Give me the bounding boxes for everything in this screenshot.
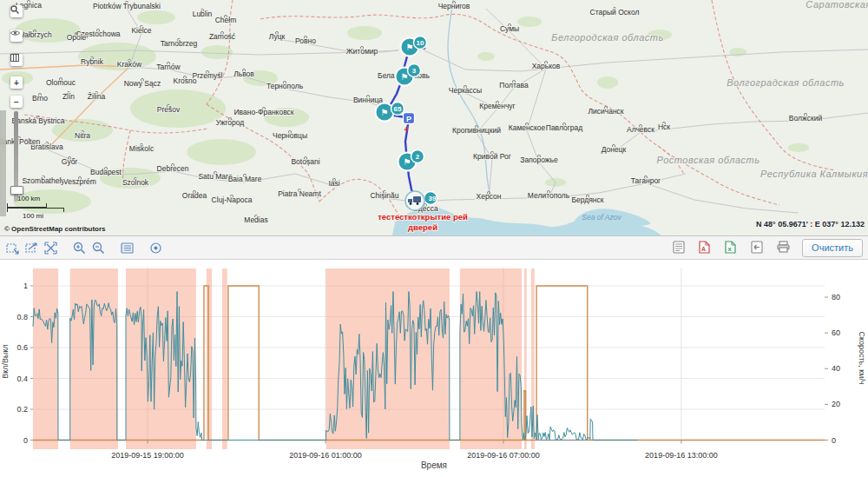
- truck-icon: [413, 196, 421, 202]
- map-city-label: Львов: [233, 70, 254, 78]
- x-tick-label: 2019-09-16 07:00:00: [467, 451, 540, 460]
- map-city-label: Донецк: [602, 145, 627, 154]
- fit-screen-icon[interactable]: [43, 241, 58, 255]
- map-river-dnieper: [448, 0, 491, 198]
- print-icon[interactable]: [777, 241, 791, 255]
- y-left-tick-label: 0.4: [16, 374, 28, 383]
- map-city-label: Бердянск: [571, 195, 603, 204]
- map-city-label: Prešov: [157, 105, 181, 114]
- svg-text:A: A: [701, 246, 706, 252]
- x-tick-label: 2019-09-16 01:00:00: [289, 451, 362, 460]
- chart-y-axis-right-title: Скорость, км/ч: [858, 310, 866, 406]
- map-region-label: Саратовская: [806, 0, 868, 10]
- map-city-label: Zlín: [62, 92, 75, 101]
- map-city-label: Medias: [244, 215, 267, 224]
- map-zoom-slider-handle[interactable]: [10, 186, 23, 195]
- chart-shaded-interval: [126, 268, 196, 449]
- chart-shaded-interval: [33, 268, 58, 449]
- map-city-label: Сумы: [500, 24, 519, 33]
- map-city-label: Кривой Рог: [473, 152, 511, 161]
- map-city-label: Кропивницкий: [452, 126, 501, 135]
- map-left-scrollbar[interactable]: [0, 110, 6, 216]
- route-marker-parking[interactable]: P4: [404, 113, 415, 134]
- map-city-label: Полтава: [499, 81, 529, 89]
- minus-icon: −: [14, 97, 19, 107]
- map-city-label: Wałbrzych: [17, 30, 52, 39]
- route-marker-flag[interactable]: ⚑65: [376, 103, 404, 122]
- y-right-tick-label: 60: [832, 328, 840, 337]
- map-city-label: Veszprém: [63, 177, 96, 186]
- center-icon[interactable]: [148, 241, 163, 255]
- map-city-label: Piotrków Trybunalski: [93, 2, 161, 10]
- map-region-label: Республика Калмыкия: [760, 169, 868, 179]
- report-icon[interactable]: [673, 241, 687, 255]
- clear-button[interactable]: Очистить: [802, 239, 863, 257]
- map-layers-visibility-button[interactable]: [10, 30, 23, 42]
- map-city-label: Győr: [62, 157, 78, 166]
- map-zoom-slider[interactable]: [14, 111, 18, 202]
- map-city-label: Szolnok: [122, 178, 149, 187]
- map-city-label: Нск: [658, 123, 670, 131]
- y-left-tick-label: 1: [23, 282, 28, 290]
- map-city-label: Херсон: [477, 192, 502, 201]
- map-city-label: Nitra: [75, 131, 90, 140]
- map-city-label: Луцк: [269, 32, 286, 41]
- truck-wheel: [417, 202, 419, 205]
- chart-shaded-interval: [326, 268, 450, 449]
- map-city-label: Cluj-Napoca: [212, 195, 253, 204]
- route-event-label: тестесткоткрытие рей: [378, 212, 468, 222]
- map-city-label: Харьков: [532, 62, 561, 70]
- flag-icon: ⚑: [381, 108, 389, 117]
- map-city-label: Таганрог: [631, 176, 661, 185]
- y-right-tick-label: 80: [832, 293, 840, 301]
- map-city-label: Винница: [353, 96, 383, 104]
- y-right-tick-label: 20: [832, 400, 840, 408]
- zoom-in-icon[interactable]: [72, 241, 87, 255]
- map-city-label: Lublin: [193, 10, 213, 18]
- chart-y-axis-left-title: Вкл/Выкл: [1, 318, 10, 405]
- map-attribution: © OpenStreetMap contributors: [4, 225, 106, 233]
- map-sea-label: Sea of Azov: [582, 213, 621, 222]
- map-city-label: Žilina: [88, 92, 106, 101]
- map-region-label: Волгоградская область: [727, 77, 845, 88]
- map-city-label: Тернополь: [266, 82, 304, 90]
- chart-toolbar: A x Очистить: [0, 236, 868, 260]
- map-city-label: Brno: [32, 94, 48, 103]
- map-zoom-in-button[interactable]: +: [10, 76, 23, 89]
- import-icon[interactable]: [751, 241, 765, 255]
- parking-icon: P: [406, 115, 411, 123]
- select-region-icon[interactable]: [24, 241, 39, 255]
- plus-icon: +: [14, 78, 19, 88]
- map-city-label: Мелитополь: [528, 191, 570, 200]
- pdf-export-icon[interactable]: A: [699, 241, 713, 255]
- map-city-label: Кременчуг: [479, 102, 515, 110]
- map-city-label: Kielce: [131, 26, 151, 35]
- map-city-label: Oradea: [182, 191, 207, 200]
- map-city-label: Житомир: [346, 47, 378, 56]
- map-city-label: Алчевск: [627, 125, 654, 134]
- map-cursor-coordinates: N 48° 05.9671' : E 037° 12.132: [756, 220, 865, 229]
- map-city-label: Iasi: [328, 179, 339, 188]
- map-layers-button[interactable]: [10, 54, 23, 66]
- route-event-label: дверей: [408, 222, 437, 232]
- flag-icon: ⚑: [406, 43, 414, 52]
- route-marker-flag[interactable]: ⚑2: [398, 150, 424, 171]
- map-city-label: Павлоград: [546, 123, 582, 132]
- truck-cab: [408, 199, 412, 202]
- route-marker-flag[interactable]: ⚑3: [396, 64, 421, 86]
- map-zoom-out-button[interactable]: −: [10, 96, 23, 108]
- map-city-label: Tarnów: [156, 63, 181, 71]
- route-marker-flag[interactable]: ⚑10: [401, 36, 427, 56]
- legend-icon[interactable]: [120, 241, 135, 255]
- zoom-out-icon[interactable]: [91, 241, 106, 255]
- map-city-label: Kraków: [117, 60, 142, 69]
- zoom-window-icon[interactable]: [5, 241, 20, 255]
- map-city-label: Rybnik: [81, 57, 104, 66]
- excel-export-icon[interactable]: x: [725, 241, 739, 255]
- map-city-label: Tarnobrzeg: [161, 39, 198, 48]
- map-search-button[interactable]: [10, 5, 23, 17]
- flag-icon: ⚑: [404, 157, 411, 167]
- marker-count-label: 65: [394, 105, 402, 113]
- chart-shaded-interval: [70, 268, 118, 449]
- map-panel[interactable]: Piotrków TrybunalskiLublinChełmKielceCzę…: [0, 0, 868, 236]
